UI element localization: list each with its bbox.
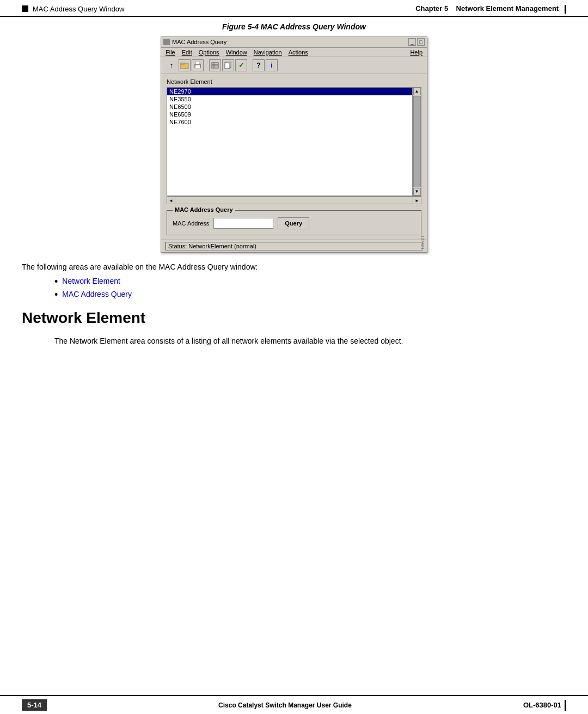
mac-address-query-group: MAC Address Query MAC Address Query [167, 210, 421, 235]
page-header: MAC Address Query Window Chapter 5 Netwo… [0, 0, 588, 17]
link-mac-address-query[interactable]: MAC Address Query [62, 290, 132, 298]
ne-item-ne3550[interactable]: NE3550 [167, 95, 421, 103]
menu-file[interactable]: File [166, 49, 175, 56]
svg-rect-1 [180, 63, 184, 65]
ne-list-scrollbar[interactable]: ▲ ▼ [412, 88, 421, 196]
toolbar-folder-button[interactable] [179, 59, 191, 71]
toolbar-list-button[interactable] [209, 59, 221, 71]
horizontal-scrollbar[interactable]: ◄ ► [167, 196, 421, 205]
menu-edit[interactable]: Edit [182, 49, 192, 56]
mac-address-label: MAC Address [173, 220, 209, 227]
window-icon [163, 39, 170, 45]
titlebar-left: MAC Address Query [163, 39, 226, 45]
toolbar-print-button[interactable] [192, 59, 204, 71]
svg-rect-10 [225, 63, 230, 69]
scroll-up-arrow[interactable]: ▲ [413, 88, 421, 95]
footer-doc-code: OL-6380-01 [523, 701, 561, 709]
ne-item-ne7600[interactable]: NE7600 [167, 118, 421, 126]
svg-rect-3 [195, 62, 200, 64]
bullet-item-mac-address-query: MAC Address Query [54, 290, 566, 300]
svg-rect-5 [212, 63, 218, 68]
menu-window[interactable]: Window [226, 49, 247, 56]
link-network-element[interactable]: Network Element [62, 277, 120, 285]
watermark: 123521 [420, 235, 425, 250]
ne-item-ne6500[interactable]: NE6500 [167, 103, 421, 111]
toolbar-arrow-button[interactable]: ↑ [166, 59, 177, 71]
hscroll-right-arrow[interactable]: ► [413, 197, 421, 204]
header-subsection: MAC Address Query Window [22, 5, 124, 13]
footer-left: 5-14 [22, 699, 47, 711]
mac-address-input[interactable] [213, 218, 273, 229]
hscroll-track[interactable] [175, 197, 413, 204]
mac-group-row: MAC Address Query [173, 217, 415, 229]
mac-address-query-window: MAC Address Query _ □ File Edit Options … [161, 36, 427, 253]
window-toolbar: ↑ ✓ ? i [161, 57, 427, 74]
minimize-button[interactable]: _ [408, 38, 416, 46]
ne-list-inner: NE2970 NE3550 NE6500 NE6509 NE7600 [167, 88, 421, 126]
section-heading: Network Element [22, 309, 566, 327]
header-chapter-section: Chapter 5 Network Element Management [415, 4, 566, 14]
toolbar-info-button[interactable]: i [266, 59, 278, 71]
toolbar-check-button[interactable]: ✓ [235, 59, 247, 71]
svg-rect-4 [195, 65, 200, 68]
scroll-thumb[interactable] [413, 96, 421, 187]
header-icon [22, 5, 28, 12]
ne-item-ne2970[interactable]: NE2970 [167, 88, 421, 95]
network-element-list[interactable]: NE2970 NE3550 NE6500 NE6509 NE7600 ▲ ▼ [167, 87, 421, 196]
statusbar-text: Status: NetworkElement (normal) [166, 242, 422, 251]
bullet-item-network-element: Network Element [54, 277, 566, 286]
menu-options[interactable]: Options [199, 49, 219, 56]
hscroll-left-arrow[interactable]: ◄ [167, 197, 175, 204]
window-menubar: File Edit Options Window Navigation Acti… [161, 48, 427, 57]
window-title: MAC Address Query [172, 39, 226, 45]
window-body: Network Element NE2970 NE3550 NE6500 NE6… [161, 74, 427, 240]
page-number-badge: 5-14 [22, 699, 47, 711]
query-button[interactable]: Query [278, 217, 309, 229]
menu-actions[interactable]: Actions [289, 49, 308, 56]
scroll-down-arrow[interactable]: ▼ [413, 188, 421, 196]
menu-navigation[interactable]: Navigation [254, 49, 282, 56]
body-paragraph: The Network Element area consists of a l… [22, 335, 566, 347]
header-vbar [565, 5, 566, 14]
toolbar-question-button[interactable]: ? [253, 59, 265, 71]
window-wrapper: MAC Address Query _ □ File Edit Options … [22, 36, 566, 253]
ne-item-ne6509[interactable]: NE6509 [167, 111, 421, 118]
footer-doc-title: Cisco Catalyst Switch Manager User Guide [218, 701, 352, 709]
page-footer: 5-14 Cisco Catalyst Switch Manager User … [0, 695, 588, 714]
mac-group-legend: MAC Address Query [173, 206, 235, 213]
window-titlebar: MAC Address Query _ □ [161, 37, 427, 48]
menu-help[interactable]: Help [410, 49, 422, 56]
header-subsection-text: MAC Address Query Window [33, 5, 124, 13]
bullet-list: Network Element MAC Address Query [22, 277, 566, 300]
section-label: Network Element Management [456, 4, 559, 13]
chapter-label: Chapter 5 [415, 4, 448, 13]
main-content: Figure 5-4 MAC Address Query Window MAC … [0, 17, 588, 347]
maximize-button[interactable]: □ [417, 38, 425, 46]
footer-right: OL-6380-01 [523, 700, 566, 711]
toolbar-copy-button[interactable] [222, 59, 234, 71]
titlebar-buttons[interactable]: _ □ [408, 38, 425, 46]
network-element-label: Network Element [167, 78, 421, 85]
intro-text: The following areas are available on the… [22, 263, 566, 271]
window-statusbar: Status: NetworkElement (normal) [161, 240, 427, 252]
figure-caption: Figure 5-4 MAC Address Query Window [22, 22, 566, 31]
footer-right-vbar [565, 700, 566, 711]
